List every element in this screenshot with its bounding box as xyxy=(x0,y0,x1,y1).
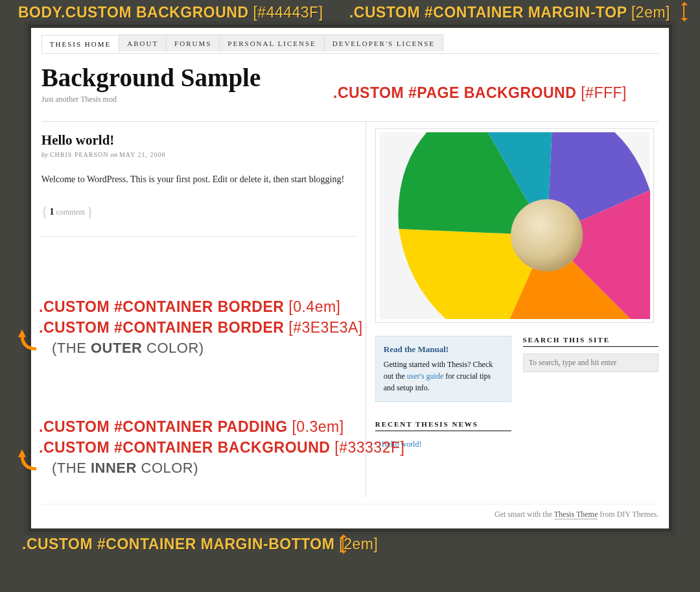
manual-heading[interactable]: Read the Manual! xyxy=(384,343,503,356)
main-column: Hello world! by CHRIS PEARSON on MAY 21,… xyxy=(41,121,366,497)
svg-point-1 xyxy=(511,199,583,271)
nav-link[interactable]: PERSONAL LICENSE xyxy=(220,35,323,51)
nav-tab-personal-license[interactable]: PERSONAL LICENSE xyxy=(219,34,324,51)
footer: Get smart with the Thesis Theme from DIY… xyxy=(41,504,659,519)
recent-news-list: Hello world! xyxy=(375,438,511,451)
list-item[interactable]: Hello world! xyxy=(375,438,511,451)
page: THESIS HOME ABOUT FORUMS PERSONAL LICENS… xyxy=(31,28,669,528)
users-guide-link[interactable]: user's guide xyxy=(407,372,443,381)
sidebar-col-right: SEARCH THIS SITE xyxy=(523,336,659,452)
nav-tab-thesis-home[interactable]: THESIS HOME xyxy=(41,35,119,53)
anno-margin-top: .CUSTOM #CONTAINER MARGIN-TOP [2em] xyxy=(349,4,670,21)
nav-tab-about[interactable]: ABOUT xyxy=(119,34,167,51)
comment-count[interactable]: { 1 comment } xyxy=(41,204,356,237)
post-byline: by CHRIS PEARSON on MAY 21, 2008 xyxy=(41,150,356,158)
news-link[interactable]: Hello world! xyxy=(382,440,422,449)
post-author[interactable]: CHRIS PEARSON xyxy=(50,151,109,158)
hero-image xyxy=(375,128,654,323)
nav-link[interactable]: FORUMS xyxy=(167,35,219,51)
anno-margin-bottom: .CUSTOM #CONTAINER MARGIN-BOTTOM [2em] xyxy=(22,536,378,553)
search-heading: SEARCH THIS SITE xyxy=(523,336,659,347)
anno-body-bg: BODY.CUSTOM BACKGROUND [#44443F] xyxy=(18,4,323,21)
post-excerpt: Welcome to WordPress. This is your first… xyxy=(41,172,353,187)
site-tagline: Just another Thesis mod xyxy=(41,95,659,104)
nav-tab-developers-license[interactable]: DEVELOPER'S LICENSE xyxy=(324,34,443,51)
container: THESIS HOME ABOUT FORUMS PERSONAL LICENS… xyxy=(24,21,676,536)
arrow-margin-bottom-icon xyxy=(342,536,344,552)
sidebar: Read the Manual! Getting started with Th… xyxy=(366,121,659,497)
nav-link[interactable]: DEVELOPER'S LICENSE xyxy=(325,35,443,51)
search-input[interactable] xyxy=(523,353,659,372)
post-title[interactable]: Hello world! xyxy=(41,132,356,148)
post-date: MAY 21, 2008 xyxy=(119,151,166,158)
manual-widget: Read the Manual! Getting started with Th… xyxy=(375,336,511,403)
site-title[interactable]: Background Sample xyxy=(41,63,659,92)
thesis-theme-link[interactable]: Thesis Theme xyxy=(554,510,598,519)
pinwheel-icon xyxy=(379,132,650,319)
sidebar-col-left: Read the Manual! Getting started with Th… xyxy=(375,336,511,452)
arrow-margin-top-icon xyxy=(683,4,684,19)
nav-tab-forums[interactable]: FORUMS xyxy=(166,34,220,51)
recent-news-heading: RECENT THESIS NEWS xyxy=(375,420,511,431)
nav-link[interactable]: THESIS HOME xyxy=(42,36,119,52)
nav-tabs: THESIS HOME ABOUT FORUMS PERSONAL LICENS… xyxy=(41,34,659,54)
nav-link[interactable]: ABOUT xyxy=(119,35,166,51)
